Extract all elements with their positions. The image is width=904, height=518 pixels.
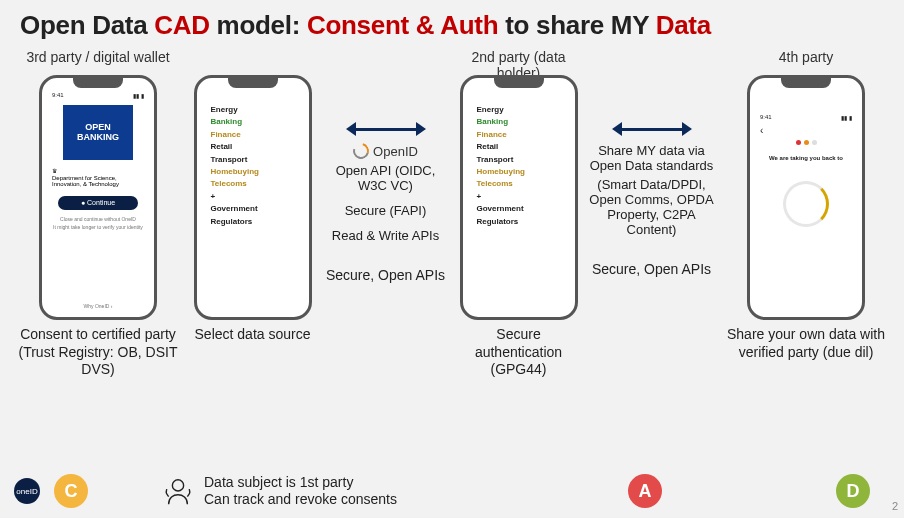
badge-consent: C: [54, 474, 88, 508]
status-bar: 9:41 ▮▮ ▮: [46, 92, 150, 99]
sector-transport: Transport: [211, 154, 297, 166]
col-fourth-party: 4th party 9:41 ▮▮ ▮ ‹ We are taking you …: [720, 45, 892, 379]
time: 9:41: [52, 92, 64, 99]
label-second-party: 2nd party (data holder): [454, 49, 583, 69]
department-label: ♛ Department for Science, Innovation, & …: [46, 164, 150, 192]
col-third-party: 3rd party / digital wallet 9:41 ▮▮ ▮ OPE…: [12, 45, 184, 379]
sector-energy: Energy: [477, 104, 563, 116]
svg-point-0: [172, 480, 183, 491]
standards-block: Share MY data via Open Data standards (S…: [587, 121, 716, 237]
openid-line1: Open API (OIDC, W3C VC): [321, 163, 450, 193]
phone-notch: [228, 78, 278, 88]
openid-mark-icon: [350, 140, 372, 162]
open-banking-tile: OPEN BANKING: [63, 105, 133, 160]
status-bar: 9:41 ▮▮ ▮: [754, 114, 858, 121]
fineprint-link[interactable]: Close and continue without OneID: [46, 217, 150, 222]
sector-finance: Finance: [211, 129, 297, 141]
slide-title: Open Data CAD model: Consent & Auth to s…: [0, 0, 904, 45]
share-line1: Share MY data via Open Data standards: [587, 143, 716, 173]
label-fourth-party: 4th party: [779, 49, 833, 69]
sector-plus: +: [211, 191, 297, 203]
phone-notch: [494, 78, 544, 88]
spinner-icon: [783, 181, 829, 227]
sector-regulators: Regulators: [211, 216, 297, 228]
signal-icon: ▮▮ ▮: [133, 92, 144, 99]
title-consent: Consent & Auth: [307, 10, 498, 40]
title-mid: model:: [210, 10, 307, 40]
phone-notch: [781, 78, 831, 88]
signal-icon: ▮▮ ▮: [841, 114, 852, 121]
phone-sectors-a: Energy Banking Finance Retail Transport …: [194, 75, 312, 320]
progress-dots-icon: [796, 140, 817, 145]
caption-share-verified: Share your own data with verified party …: [720, 326, 892, 361]
caption-apis-1: Secure, Open APIs: [326, 267, 445, 285]
sector-banking: Banking: [211, 116, 297, 128]
page-number: 2: [892, 500, 898, 512]
phone-wallet: 9:41 ▮▮ ▮ OPEN BANKING ♛ Department for …: [39, 75, 157, 320]
phone-notch: [73, 78, 123, 88]
caption-secure-auth: Secure authentication (GPG44): [454, 326, 583, 379]
columns: 3rd party / digital wallet 9:41 ▮▮ ▮ OPE…: [0, 45, 904, 379]
openid-line2: Secure (FAPI): [345, 203, 427, 218]
data-subject-text: Data subject is 1st party Can track and …: [204, 474, 397, 508]
caption-apis-2: Secure, Open APIs: [592, 261, 711, 279]
label-third-party: 3rd party / digital wallet: [26, 49, 169, 69]
col-data-holder: 2nd party (data holder) Energy Banking F…: [454, 45, 583, 379]
sector-plus: +: [477, 191, 563, 203]
arrow-icon: [346, 121, 426, 137]
sector-list-b: Energy Banking Finance Retail Transport …: [467, 92, 571, 313]
sector-list-a: Energy Banking Finance Retail Transport …: [201, 92, 305, 313]
arrow-icon: [612, 121, 692, 137]
sector-telecoms: Telecoms: [477, 178, 563, 190]
continue-button[interactable]: ● Continue: [58, 196, 138, 210]
footer: oneID C Data subject is 1st party Can tr…: [14, 474, 890, 508]
caption-select-source: Select data source: [195, 326, 311, 344]
openid-line3: Read & Write APIs: [332, 228, 439, 243]
sector-homebuying: Homebuying: [211, 166, 297, 178]
fineprint: It might take longer to verify your iden…: [46, 225, 150, 230]
badge-data: D: [836, 474, 870, 508]
back-icon[interactable]: ‹: [754, 121, 769, 140]
sector-energy: Energy: [211, 104, 297, 116]
sector-regulators: Regulators: [477, 216, 563, 228]
title-pre: Open Data: [20, 10, 154, 40]
redirect-message: We are taking you back to: [763, 155, 849, 161]
col-select-source: Energy Banking Finance Retail Transport …: [188, 45, 317, 379]
phone-redirect: 9:41 ▮▮ ▮ ‹ We are taking you back to: [747, 75, 865, 320]
title-data: Data: [656, 10, 711, 40]
col-share-standards: Share MY data via Open Data standards (S…: [587, 45, 716, 379]
col-openid: OpenID Open API (OIDC, W3C VC) Secure (F…: [321, 45, 450, 379]
sector-retail: Retail: [211, 141, 297, 153]
phone-sectors-b: Energy Banking Finance Retail Transport …: [460, 75, 578, 320]
why-link[interactable]: Why OneID ›: [46, 304, 150, 309]
share-line2: (Smart Data/DPDI, Open Comms, OPDA Prope…: [587, 177, 716, 237]
sector-banking: Banking: [477, 116, 563, 128]
person-icon: [162, 475, 194, 507]
oneid-badge: oneID: [14, 478, 40, 504]
phone-redirect-screen: 9:41 ▮▮ ▮ ‹ We are taking you back to: [754, 92, 858, 313]
title-mid2: to share MY: [498, 10, 655, 40]
openid-block: OpenID Open API (OIDC, W3C VC) Secure (F…: [321, 121, 450, 243]
title-cad: CAD: [154, 10, 209, 40]
sector-telecoms: Telecoms: [211, 178, 297, 190]
crest-icon: ♛: [52, 168, 57, 174]
sector-retail: Retail: [477, 141, 563, 153]
phone-wallet-screen: 9:41 ▮▮ ▮ OPEN BANKING ♛ Department for …: [46, 92, 150, 313]
badge-auth: A: [628, 474, 662, 508]
sector-homebuying: Homebuying: [477, 166, 563, 178]
caption-consent: Consent to certified party (Trust Regist…: [12, 326, 184, 379]
sector-government: Government: [477, 203, 563, 215]
sector-government: Government: [211, 203, 297, 215]
openid-logo: OpenID: [353, 143, 418, 159]
sector-transport: Transport: [477, 154, 563, 166]
sector-finance: Finance: [477, 129, 563, 141]
